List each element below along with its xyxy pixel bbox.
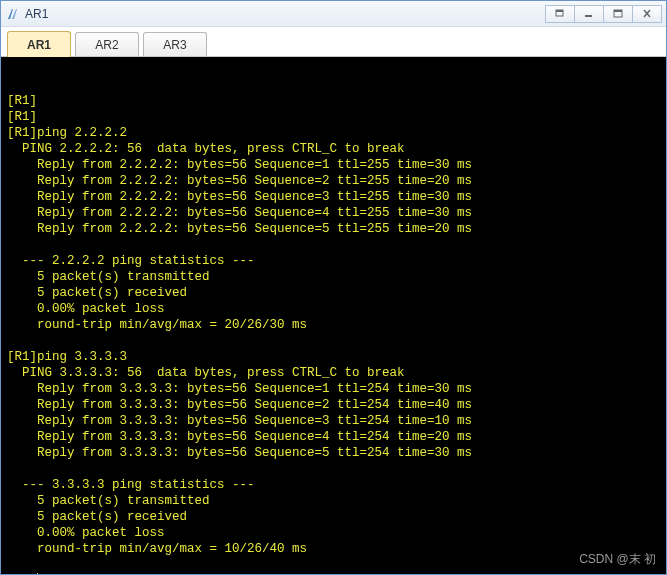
tab-label: AR3 [163,38,186,52]
terminal-line: Reply from 2.2.2.2: bytes=56 Sequence=5 … [7,221,660,237]
window-title: AR1 [25,7,546,21]
terminal-line [7,333,660,349]
tab-ar3[interactable]: AR3 [143,32,207,56]
terminal-line: [R1] [7,93,660,109]
terminal-line: Reply from 2.2.2.2: bytes=56 Sequence=1 … [7,157,660,173]
terminal-line: [R1]ping 2.2.2.2 [7,125,660,141]
svg-rect-1 [556,10,563,12]
terminal-line: PING 2.2.2.2: 56 data bytes, press CTRL_… [7,141,660,157]
app-window: AR1 AR1 AR2 AR3 [R1][R1][R1]ping 2.2.2.2… [0,0,667,575]
terminal-line: 0.00% packet loss [7,301,660,317]
terminal-line: 5 packet(s) received [7,285,660,301]
terminal-cursor [37,573,38,574]
terminal-line: --- 3.3.3.3 ping statistics --- [7,477,660,493]
close-button[interactable] [632,5,662,23]
maximize-button[interactable] [603,5,633,23]
app-icon [5,6,21,22]
tab-label: AR2 [95,38,118,52]
tab-ar2[interactable]: AR2 [75,32,139,56]
terminal-line: 5 packet(s) transmitted [7,269,660,285]
terminal-line: 5 packet(s) transmitted [7,493,660,509]
terminal-line: Reply from 2.2.2.2: bytes=56 Sequence=3 … [7,189,660,205]
terminal-line: PING 3.3.3.3: 56 data bytes, press CTRL_… [7,365,660,381]
terminal-prompt-line[interactable]: [R1] [7,573,660,574]
tab-label: AR1 [27,38,51,52]
watermark: CSDN @末 初 [579,551,656,567]
terminal-line: Reply from 3.3.3.3: bytes=56 Sequence=2 … [7,397,660,413]
terminal-line [7,237,660,253]
terminal-line: 5 packet(s) received [7,509,660,525]
terminal-line: Reply from 2.2.2.2: bytes=56 Sequence=2 … [7,173,660,189]
titlebar[interactable]: AR1 [1,1,666,27]
terminal-line: [R1]ping 3.3.3.3 [7,349,660,365]
minimize-button[interactable] [574,5,604,23]
terminal-line: Reply from 3.3.3.3: bytes=56 Sequence=4 … [7,429,660,445]
terminal-line: 0.00% packet loss [7,525,660,541]
svg-rect-4 [614,10,622,12]
svg-rect-2 [585,15,592,17]
terminal-line: Reply from 3.3.3.3: bytes=56 Sequence=1 … [7,381,660,397]
tab-bar: AR1 AR2 AR3 [1,27,666,57]
terminal-line [7,461,660,477]
terminal-line: --- 2.2.2.2 ping statistics --- [7,253,660,269]
terminal-line: Reply from 2.2.2.2: bytes=56 Sequence=4 … [7,205,660,221]
terminal-line: Reply from 3.3.3.3: bytes=56 Sequence=3 … [7,413,660,429]
terminal-line [7,557,660,573]
popup-button[interactable] [545,5,575,23]
terminal-line: Reply from 3.3.3.3: bytes=56 Sequence=5 … [7,445,660,461]
terminal-line: [R1] [7,109,660,125]
terminal-output[interactable]: [R1][R1][R1]ping 2.2.2.2 PING 2.2.2.2: 5… [1,57,666,574]
tab-ar1[interactable]: AR1 [7,31,71,57]
window-control-buttons [546,5,662,23]
terminal-line: round-trip min/avg/max = 10/26/40 ms [7,541,660,557]
terminal-line: round-trip min/avg/max = 20/26/30 ms [7,317,660,333]
